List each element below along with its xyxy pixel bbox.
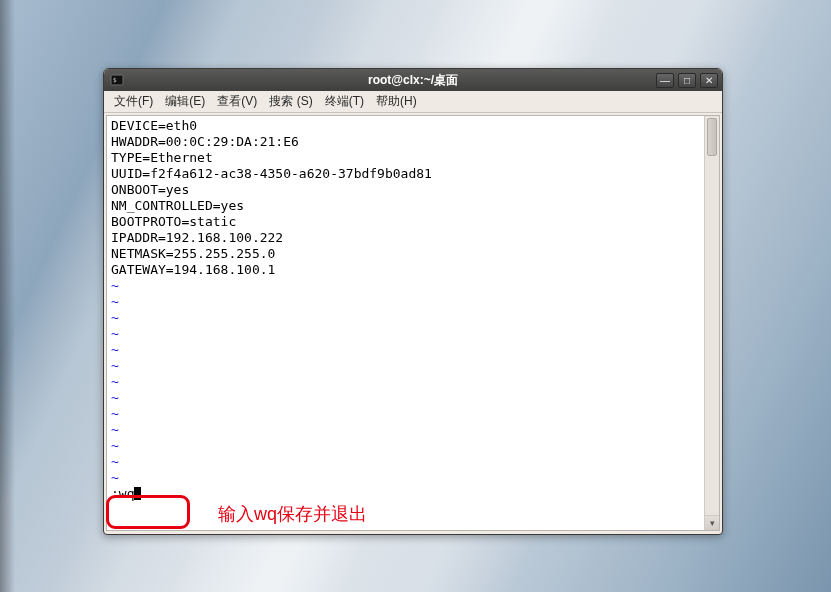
menu-help[interactable]: 帮助(H)	[370, 91, 423, 112]
minimize-button[interactable]: —	[656, 73, 674, 88]
scrollbar[interactable]: ▾	[704, 116, 719, 530]
menubar: 文件(F) 编辑(E) 查看(V) 搜索 (S) 终端(T) 帮助(H)	[104, 91, 722, 113]
terminal-area: DEVICE=eth0 HWADDR=00:0C:29:DA:21:E6 TYP…	[106, 115, 720, 531]
menu-terminal[interactable]: 终端(T)	[319, 91, 370, 112]
window-title: root@clx:~/桌面	[368, 72, 458, 89]
scrollbar-thumb[interactable]	[707, 118, 717, 156]
menu-edit[interactable]: 编辑(E)	[159, 91, 211, 112]
scrollbar-down-button[interactable]: ▾	[705, 515, 719, 530]
menu-file[interactable]: 文件(F)	[108, 91, 159, 112]
window-buttons: — □ ✕	[656, 73, 718, 88]
menu-view[interactable]: 查看(V)	[211, 91, 263, 112]
terminal-icon: $	[110, 73, 124, 87]
svg-text:$: $	[113, 76, 117, 83]
terminal-content[interactable]: DEVICE=eth0 HWADDR=00:0C:29:DA:21:E6 TYP…	[107, 116, 704, 530]
close-button[interactable]: ✕	[700, 73, 718, 88]
menu-search[interactable]: 搜索 (S)	[263, 91, 318, 112]
terminal-window: $ root@clx:~/桌面 — □ ✕ 文件(F) 编辑(E) 查看(V) …	[103, 68, 723, 535]
titlebar[interactable]: $ root@clx:~/桌面 — □ ✕	[104, 69, 722, 91]
maximize-button[interactable]: □	[678, 73, 696, 88]
